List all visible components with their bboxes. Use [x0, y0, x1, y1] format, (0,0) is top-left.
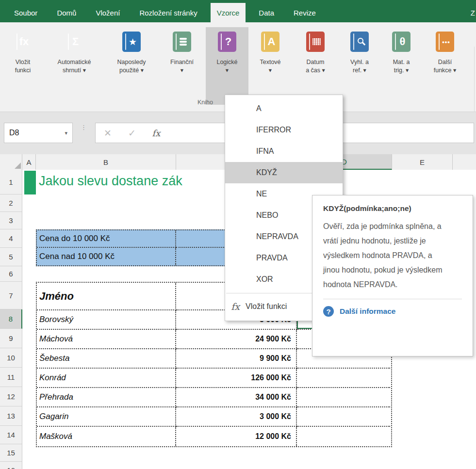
price-cell[interactable]: 12 000 Kč	[176, 427, 297, 446]
table-row: Mašková 12 000 Kč	[37, 427, 391, 446]
ribbon-tab-label: Soubor	[14, 9, 37, 17]
function-book-icon: θ	[392, 32, 410, 52]
discount-cell[interactable]	[297, 388, 390, 407]
price-cell[interactable]: 3 000 Kč	[176, 407, 297, 427]
function-book-icon	[350, 32, 369, 52]
ribbon-tab[interactable]: Z	[464, 3, 476, 22]
row-header[interactable]: 13	[0, 406, 22, 426]
row-header[interactable]: 10	[0, 348, 22, 368]
menu-item[interactable]: KDYŽ	[225, 162, 343, 183]
tooltip-description: Ověří, zda je podmínka splněna, a vrátí …	[323, 219, 445, 292]
row-header[interactable]: 8	[0, 309, 22, 329]
cancel-icon[interactable]: ✕	[96, 128, 120, 139]
price-cell[interactable]: 9 900 Kč	[176, 349, 297, 369]
ribbon-tab[interactable]: Revize	[287, 3, 322, 22]
name-cell[interactable]: Gagarin	[37, 407, 176, 427]
tooltip-title: KDYŽ(podmínka;ano;ne)	[323, 204, 462, 213]
name-cell[interactable]: Šebesta	[37, 349, 176, 369]
ribbon-tab[interactable]: Domů	[50, 3, 82, 22]
ribbon-tab-label: Z	[471, 9, 475, 17]
ribbon-button[interactable]: Datum a čas ▾	[292, 27, 339, 105]
cell-a1-green-fill[interactable]	[24, 171, 36, 194]
cell-b7[interactable]: Jméno	[37, 283, 176, 310]
ribbon-group-label: Kniho	[197, 99, 213, 106]
menu-item[interactable]: IFERROR	[225, 119, 343, 141]
discount-cell[interactable]	[297, 407, 390, 427]
ribbon-button[interactable]: Finanční ▾	[158, 27, 206, 105]
ribbon-tab-label: Vzorce	[217, 9, 240, 17]
ribbon-button[interactable]: ? Logické ▾	[206, 27, 248, 105]
row-header[interactable]: 4	[0, 229, 22, 248]
row-header[interactable]: 9	[0, 329, 22, 348]
fx-icon: fx	[225, 301, 246, 312]
row-header[interactable]: 7	[0, 282, 22, 309]
more-info-link[interactable]: ? Další informace	[323, 306, 462, 317]
discount-cell[interactable]	[297, 369, 390, 388]
name-cell[interactable]: Máchová	[37, 330, 176, 349]
ribbon-tab[interactable]: Vzorce	[211, 3, 246, 22]
group-separator	[474, 47, 475, 119]
ribbon-button[interactable]: ★ Naposledy použité ▾	[105, 27, 158, 105]
function-book-icon: fx	[14, 32, 32, 52]
function-book-icon: A	[261, 32, 279, 52]
name-box[interactable]: D8 ▾	[4, 123, 73, 143]
row-header[interactable]: 11	[0, 368, 22, 387]
cell-reference: D8	[9, 129, 19, 137]
table-row: Gagarin 3 000 Kč	[37, 407, 391, 427]
discount-cell[interactable]	[297, 427, 390, 446]
ribbon-button[interactable]: A Textové ▾	[248, 27, 292, 105]
function-book-icon	[306, 32, 325, 52]
function-book-icon: •••	[436, 32, 454, 52]
drag-handle-icon[interactable]: ⋮	[81, 125, 86, 130]
ribbon-tab[interactable]: Vložení	[89, 3, 126, 22]
ribbon-tab[interactable]: Rozložení stránky	[133, 3, 203, 22]
function-book-icon: ?	[218, 32, 236, 52]
help-icon: ?	[323, 306, 334, 317]
ribbon-tab-bar: Soubor Domů Vložení Rozložení stránky Vz…	[0, 0, 476, 22]
name-cell[interactable]: Borovský	[37, 310, 176, 330]
row-header[interactable]: 3	[0, 212, 22, 229]
function-book-icon	[173, 32, 191, 52]
row-header[interactable]: 12	[0, 387, 22, 406]
row-header[interactable]: 6	[0, 266, 22, 282]
column-header[interactable]	[453, 154, 476, 170]
row-header[interactable]: 5	[0, 248, 22, 266]
function-book-icon: Σ	[65, 32, 83, 52]
row-header[interactable]: 15	[0, 444, 22, 462]
row-header[interactable]: 14	[0, 426, 22, 444]
name-cell[interactable]: Konrád	[37, 369, 176, 388]
column-header[interactable]: B	[36, 154, 176, 170]
ribbon-button[interactable]: θ Mat. a trig. ▾	[380, 27, 422, 105]
ribbon-button[interactable]: fx Vložit funkci	[2, 27, 44, 105]
chevron-down-icon[interactable]: ▾	[65, 130, 67, 136]
ribbon-tab-label: Domů	[57, 9, 76, 17]
insert-function-icon[interactable]: fx	[144, 128, 168, 138]
enter-icon[interactable]: ✓	[120, 128, 144, 139]
table-row: Přehrada 34 000 Kč	[37, 388, 391, 407]
ribbon-tab[interactable]: Soubor	[8, 3, 44, 22]
price-cell[interactable]: 126 000 Kč	[176, 369, 297, 388]
column-header[interactable]: A	[22, 154, 36, 170]
menu-item[interactable]: IFNA	[225, 141, 343, 162]
ribbon-tab-label: Revize	[294, 9, 316, 17]
excel-window: Soubor Domů Vložení Rozložení stránky Vz…	[0, 0, 476, 469]
ribbon-button[interactable]: Vyhl. a ref. ▾	[339, 27, 380, 105]
row-header[interactable]: 2	[0, 194, 22, 212]
name-cell[interactable]: Mašková	[37, 427, 176, 446]
name-cell[interactable]: Přehrada	[37, 388, 176, 407]
row-header[interactable]: 16	[0, 462, 22, 469]
menu-item[interactable]: A	[225, 98, 343, 119]
price-cell[interactable]: 24 900 Kč	[176, 330, 297, 349]
sheet-title-cell[interactable]: Jakou slevu dostane zák	[39, 174, 182, 189]
ribbon-button[interactable]: Σ Automatické shrnutí ▾	[44, 27, 105, 105]
tooltip-divider	[323, 299, 462, 299]
column-header[interactable]: E	[392, 154, 453, 170]
cell-b5[interactable]: Cena nad 10 000 Kč	[37, 248, 176, 265]
ribbon-button[interactable]: ••• Další funkce ▾	[422, 27, 468, 105]
price-cell[interactable]: 34 000 Kč	[176, 388, 297, 407]
ribbon-tab-label: Data	[259, 9, 274, 17]
select-all-corner[interactable]	[0, 154, 22, 170]
row-header[interactable]: 1	[0, 170, 22, 194]
ribbon-tab[interactable]: Data	[252, 3, 280, 22]
cell-b4[interactable]: Cena do 10 000 Kč	[37, 230, 176, 248]
